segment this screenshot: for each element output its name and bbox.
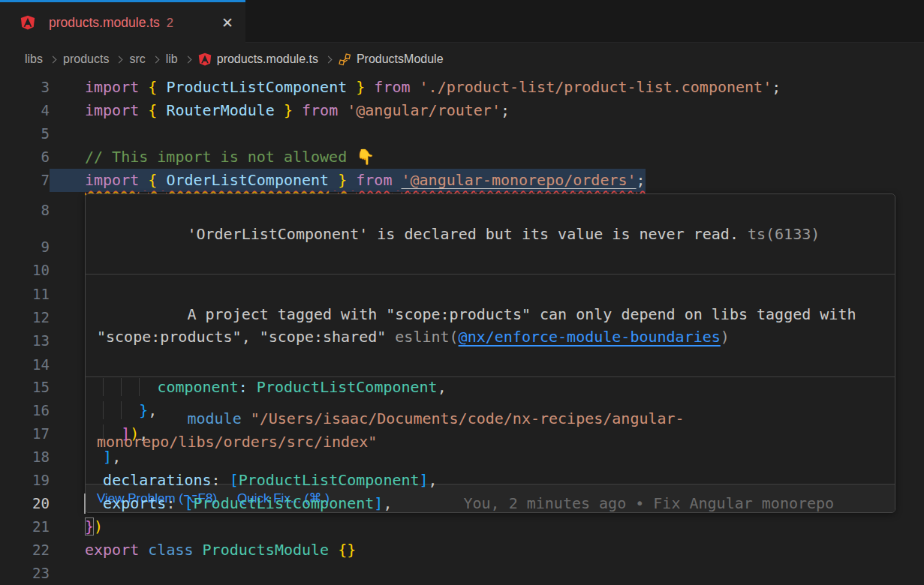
- code-line-17[interactable]: 17 ]),: [0, 422, 924, 446]
- code-lines-below-hover: 15 component: ProductListComponent,16 },…: [0, 376, 924, 585]
- code-text: ]),: [50, 422, 148, 446]
- code-text: [50, 122, 85, 146]
- code-line-5[interactable]: 5: [0, 122, 924, 146]
- breadcrumb-item-file[interactable]: products.module.ts: [217, 52, 318, 66]
- line-number: 23: [0, 562, 50, 585]
- code-line-18[interactable]: 18 ],: [0, 446, 924, 469]
- code-token: [157, 101, 166, 119]
- line-number: 16: [0, 399, 50, 422]
- code-token: declarations: [103, 471, 212, 489]
- code-line-6[interactable]: 6// This import is not allowed 👇: [0, 146, 924, 169]
- code-text: ],: [50, 446, 121, 469]
- code-token: ,: [148, 401, 157, 419]
- code-token: OrderListComponent: [166, 171, 329, 189]
- breadcrumb-item-src[interactable]: src: [129, 52, 145, 66]
- code-token: [293, 101, 302, 119]
- code-token: }: [85, 518, 94, 536]
- code-token: ): [94, 518, 103, 536]
- breadcrumb-item-products[interactable]: products: [63, 52, 109, 66]
- code-token: ,: [112, 448, 121, 466]
- code-text: import { OrderListComponent } from '@ang…: [50, 169, 646, 192]
- hover-ts-diagnostic: 'OrderListComponent' is declared but its…: [86, 194, 895, 274]
- code-line-15[interactable]: 15 component: ProductListComponent,: [0, 376, 924, 399]
- code-token: ;: [501, 101, 510, 119]
- code-token: from: [302, 101, 338, 119]
- close-icon[interactable]: ✕: [221, 16, 233, 30]
- breadcrumb-item-symbol[interactable]: ProductsModule: [357, 52, 444, 66]
- tab-products-module[interactable]: products.module.ts 2 ✕: [0, 0, 245, 43]
- code-text: declarations: [ProductListComponent],: [50, 469, 438, 492]
- line-number: 18: [0, 446, 50, 469]
- code-line-23[interactable]: 23: [0, 562, 924, 585]
- code-text: export class ProductsModule {}: [50, 538, 356, 562]
- tab-title: products.module.ts: [49, 15, 160, 31]
- code-token: {: [148, 78, 157, 96]
- code-token: [139, 171, 148, 189]
- code-text: }): [50, 515, 103, 538]
- code-editor: 3import { ProductListComponent } from '.…: [0, 76, 924, 585]
- code-text: exports: [ProductListComponent],You, 2 m…: [50, 492, 834, 515]
- tab-bar: products.module.ts 2 ✕: [0, 0, 924, 43]
- breadcrumb-item-lib[interactable]: lib: [166, 52, 178, 66]
- code-line-20[interactable]: 20 exports: [ProductListComponent],You, …: [0, 492, 924, 515]
- code-token: {: [148, 101, 157, 119]
- line-number: 8: [0, 199, 50, 222]
- line-number: 15: [0, 376, 50, 399]
- line-number: 7: [0, 169, 50, 192]
- eslint-source-suffix: ): [721, 328, 730, 346]
- code-token: ProductListComponent: [257, 378, 438, 396]
- breadcrumb-item-libs[interactable]: libs: [25, 52, 43, 66]
- code-token: }: [284, 101, 293, 119]
- line-number: 21: [0, 515, 50, 538]
- code-token: :: [166, 494, 184, 512]
- code-token: You, 2 minutes ago • Fix Angular monorep…: [463, 494, 834, 512]
- line-number: 3: [0, 76, 50, 99]
- eslint-rule-link[interactable]: @nx/enforce-module-boundaries: [459, 328, 721, 346]
- code-token: [: [230, 471, 239, 489]
- code-token: import: [85, 78, 139, 96]
- ts-message: 'OrderListComponent' is declared but its…: [187, 225, 739, 243]
- line-number: 22: [0, 538, 50, 562]
- code-line-3[interactable]: 3import { ProductListComponent } from '.…: [0, 76, 924, 99]
- code-token: [85, 494, 103, 512]
- code-token: [347, 78, 356, 96]
- code-token: [103, 378, 121, 396]
- line-number: 10: [0, 259, 50, 282]
- code-text: import { RouterModule } from '@angular/r…: [50, 99, 510, 122]
- code-token: [365, 78, 374, 96]
- code-token: './product-list/product-list.component': [420, 78, 772, 96]
- line-number: 12: [0, 306, 50, 329]
- code-line-21[interactable]: 21}): [0, 515, 924, 538]
- code-token: ProductListComponent: [239, 471, 420, 489]
- code-token: ,: [438, 378, 447, 396]
- code-token: [411, 78, 420, 96]
- code-line-16[interactable]: 16 },: [0, 399, 924, 422]
- code-token: [103, 401, 121, 419]
- code-token: :: [239, 378, 248, 396]
- tab-problems-badge: 2: [167, 16, 173, 30]
- code-token: [275, 101, 284, 119]
- code-token: ): [130, 424, 139, 442]
- code-token: component: [157, 378, 238, 396]
- code-token: [347, 171, 356, 189]
- code-line-7[interactable]: 7import { OrderListComponent } from '@an…: [0, 169, 924, 192]
- chevron-right-icon: [152, 56, 159, 63]
- code-token: :: [212, 471, 230, 489]
- eslint-source-prefix: eslint(: [395, 328, 458, 346]
- vscode-window: products.module.ts 2 ✕ libs products src…: [0, 0, 924, 585]
- class-symbol-icon: [339, 53, 351, 66]
- code-token: [85, 424, 103, 442]
- code-token: ,: [429, 471, 438, 489]
- code-token: import: [85, 101, 139, 119]
- line-number: 9: [0, 236, 50, 259]
- code-token: }: [139, 401, 148, 419]
- code-line-22[interactable]: 22export class ProductsModule {}: [0, 538, 924, 562]
- code-line-19[interactable]: 19 declarations: [ProductListComponent],: [0, 469, 924, 492]
- code-line-4[interactable]: 4import { RouterModule } from '@angular/…: [0, 99, 924, 122]
- code-token: ]: [420, 471, 429, 489]
- code-token: [338, 101, 347, 119]
- code-token: [194, 541, 203, 559]
- code-token: // This import is not allowed: [85, 148, 356, 166]
- code-token: {}: [338, 541, 356, 559]
- code-token: ;: [637, 171, 646, 189]
